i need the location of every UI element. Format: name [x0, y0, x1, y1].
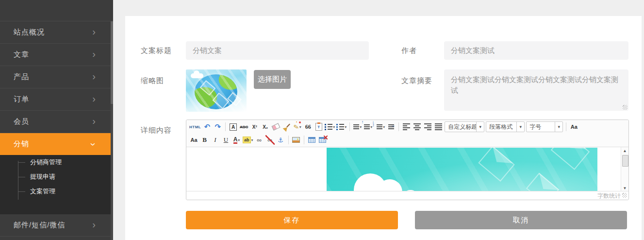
font-size-select-value: 字号	[527, 122, 555, 132]
paste-as-text-button[interactable]: T	[314, 122, 323, 132]
auto-typeset-button[interactable]: ✎ ▾	[293, 122, 302, 132]
blockquote-button[interactable]: 66	[303, 122, 313, 132]
remove-link-button[interactable]: ∞	[265, 135, 275, 145]
align-left-button[interactable]	[402, 122, 411, 132]
undo-button[interactable]: ↶	[202, 122, 212, 132]
textarea-resize-grip[interactable]	[623, 105, 627, 110]
chevron-right-icon: ›	[92, 94, 96, 103]
dropdown-arrow-icon: ▾	[345, 125, 347, 129]
sidebar-item-site-overview[interactable]: 站点概况 ›	[0, 21, 113, 44]
scroll-down-icon[interactable]: ▼	[621, 186, 628, 190]
title-input[interactable]	[186, 41, 369, 60]
align-justify-button[interactable]	[434, 122, 443, 132]
sidebar-item-products[interactable]: 产品 ›	[0, 66, 113, 88]
unordered-list-button[interactable]: ▾	[336, 122, 347, 132]
html-source-button[interactable]: HTML	[189, 122, 201, 132]
dropdown-arrow-icon: ▾	[555, 122, 562, 132]
to-lowercase-button[interactable]: Aa	[189, 135, 198, 145]
dropdown-arrow-icon: ▾	[251, 138, 253, 142]
clipboard-icon: T	[315, 123, 322, 131]
submenu-item-withdrawal-application[interactable]: 提现申请	[30, 170, 113, 184]
font-size-select[interactable]: 字号 ▾	[526, 121, 563, 132]
sidebar-item-label: 订单	[14, 95, 29, 104]
clear-style-button[interactable]	[282, 122, 291, 132]
sidebar-scrollbar-thumb[interactable]	[111, 21, 113, 104]
submenu-item-label: 提现申请	[30, 172, 55, 181]
bold-button[interactable]: B	[200, 135, 209, 145]
envelope-icon	[551, 148, 590, 170]
arrow-updown-icon: ↕	[372, 122, 375, 127]
rich-text-editor: HTML ↶ ↷ A ABC X² X₂ ✎ ▾ 66 T	[186, 120, 629, 200]
arrow-right-icon: →	[391, 123, 395, 128]
font-color-button[interactable]: A ▾	[232, 135, 241, 145]
superscript-button[interactable]: X²	[250, 122, 259, 132]
envelope-icon	[478, 148, 515, 182]
strikethrough-button[interactable]: ABC	[239, 122, 248, 132]
dropdown-arrow-icon: ▾	[383, 125, 385, 129]
editor-status-bar: 字数统计	[186, 191, 628, 200]
ordered-list-button[interactable]: ▾	[325, 122, 335, 132]
sidebar: 站点概况 › 文章 › 产品 › 订单 › 会员 › 分销 › 分销商管理	[0, 0, 113, 240]
editor-content[interactable]	[186, 147, 621, 192]
editor-scrollbar-thumb[interactable]	[622, 155, 628, 167]
sidebar-item-distribution[interactable]: 分销 ›	[0, 133, 113, 155]
cloud-icon	[354, 173, 387, 192]
choose-image-button[interactable]: 选择图片	[254, 70, 291, 89]
redo-button[interactable]: ↷	[213, 122, 222, 132]
insert-image-button[interactable]	[292, 135, 301, 145]
italic-button[interactable]: I	[211, 135, 220, 145]
remove-format-button[interactable]	[271, 122, 281, 132]
sidebar-item-label: 站点概况	[14, 28, 45, 37]
save-button[interactable]: 保存	[186, 211, 398, 229]
sidebar-item-label: 会员	[14, 117, 29, 126]
chevron-right-icon: ›	[92, 116, 96, 126]
heading-select[interactable]: 自定义标题 ▾	[445, 121, 484, 132]
sidebar-item-label: 产品	[14, 72, 29, 82]
dropdown-arrow-icon: ▾	[360, 125, 362, 129]
author-input[interactable]	[444, 41, 628, 60]
highlight-color-button[interactable]: ab ▾	[243, 135, 253, 145]
chevron-right-icon: ›	[92, 71, 96, 81]
subscript-button[interactable]: X₂	[261, 122, 270, 132]
sidebar-item-mail-sms-wechat[interactable]: 邮件/短信/微信 ›	[0, 214, 113, 237]
editor-resize-grip[interactable]	[622, 193, 627, 198]
paragraph-bars-icon	[377, 124, 382, 130]
align-right-icon	[424, 123, 431, 130]
align-center-button[interactable]	[413, 122, 422, 132]
sidebar-item-articles[interactable]: 文章 ›	[0, 44, 113, 66]
toolbar-separator	[288, 136, 289, 144]
eraser-icon	[272, 123, 281, 130]
indent-button[interactable]: →	[386, 122, 396, 132]
underline-button[interactable]: U	[221, 135, 231, 145]
chevron-right-icon: ›	[92, 27, 96, 36]
paragraph-format-select[interactable]: 段落格式 ▾	[486, 121, 525, 132]
summary-textarea[interactable]: 分销文案测试分销文案测试分销文案测试分销文案测试	[444, 69, 628, 111]
sidebar-item-members[interactable]: 会员 ›	[0, 111, 113, 133]
align-right-button[interactable]	[423, 122, 432, 132]
submenu-item-label: 文案管理	[30, 187, 55, 196]
insert-link-button[interactable]: ∞	[255, 135, 264, 145]
toolbar-row-2: Aa B I U A ▾ ab ▾ ∞ ∞ ⚓	[186, 134, 628, 146]
to-uppercase-button[interactable]: Aa	[569, 122, 578, 132]
sidebar-item-orders[interactable]: 订单 ›	[0, 88, 113, 111]
format-block-button[interactable]: A	[229, 122, 238, 132]
highlight-icon: ab	[243, 137, 251, 143]
anchor-button[interactable]: ⚓	[276, 135, 285, 145]
editor-scrollbar[interactable]: ▲ ▼	[621, 147, 628, 192]
line-height-button[interactable]: ↕ ▾	[374, 122, 385, 132]
sparkle-icon	[299, 121, 301, 123]
chevron-down-icon: ›	[89, 142, 99, 146]
cancel-button[interactable]: 取消	[415, 211, 627, 229]
dropdown-arrow-icon: ▾	[516, 122, 524, 132]
delete-table-button[interactable]	[318, 135, 327, 145]
insert-table-button[interactable]	[307, 135, 316, 145]
space-before-paragraph-button[interactable]: ↑ ▾	[353, 122, 362, 132]
inserted-banner-image	[327, 148, 597, 192]
dropdown-arrow-icon: ▾	[299, 125, 301, 129]
scroll-up-icon[interactable]: ▲	[621, 149, 628, 153]
sidebar-item-label: 分销	[14, 139, 29, 149]
submenu-item-distributor-management[interactable]: 分销商管理	[30, 155, 113, 170]
submenu-item-copy-management[interactable]: 文案管理	[30, 184, 113, 199]
ordered-list-icon	[325, 124, 332, 130]
space-after-paragraph-button[interactable]: ↓ ▾	[363, 122, 373, 132]
